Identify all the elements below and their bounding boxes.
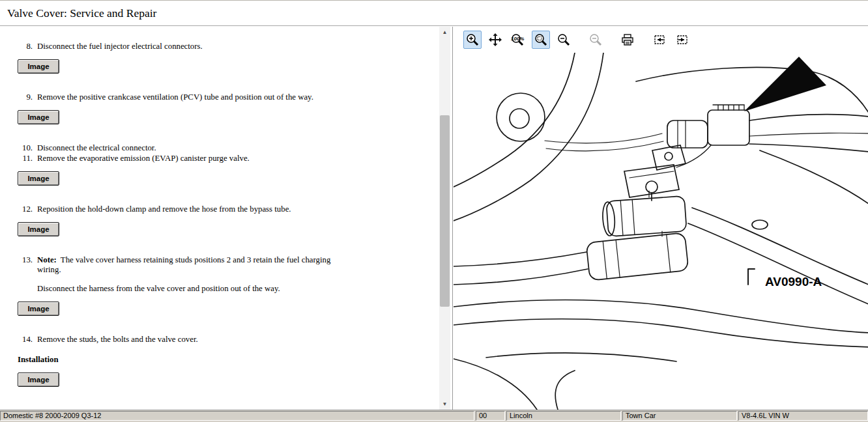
- zoom-region-button[interactable]: [532, 31, 550, 49]
- step-number: 12.: [0, 204, 33, 214]
- page-title: Valve Cover: Service and Repair: [0, 1, 868, 25]
- engine-line-art: AV0990-A: [454, 53, 868, 410]
- zoom-out-button[interactable]: [555, 31, 573, 49]
- status-model: Town Car: [622, 411, 737, 421]
- image-button[interactable]: Image: [18, 110, 59, 124]
- figure-label: AV0990-A: [765, 275, 822, 288]
- zoom-out-disabled-icon: [588, 33, 603, 47]
- step-text: Note:The valve cover harness retaining s…: [37, 255, 354, 275]
- previous-image-button[interactable]: [650, 31, 669, 49]
- zoom-100-button[interactable]: 100%: [509, 31, 527, 49]
- image-button[interactable]: Image: [18, 373, 59, 387]
- step-11: 11. Remove the evaporative emission (EVA…: [0, 154, 439, 163]
- note-text: The valve cover harness retaining studs …: [37, 255, 330, 274]
- step-9: 9. Remove the positive crankcase ventila…: [0, 92, 439, 102]
- image-button[interactable]: Image: [18, 59, 59, 74]
- step-text: Remove the positive crankcase ventilatio…: [37, 92, 313, 102]
- step-text: Remove the evaporative emission (EVAP) c…: [37, 154, 250, 163]
- zoom-out-disabled-button: [586, 31, 605, 49]
- image-toolbar: 100%: [453, 27, 868, 53]
- step-13-continued: Disconnect the harness from the valve co…: [0, 284, 354, 294]
- document-title-bar: Valve Cover: Service and Repair: [0, 0, 868, 26]
- step-number: 9.: [0, 92, 33, 102]
- image-viewer-panel: 100%: [452, 27, 868, 410]
- image-button[interactable]: Image: [18, 302, 59, 316]
- step-14: 14. Remove the studs, the bolts and the …: [0, 335, 439, 345]
- next-image-button[interactable]: [673, 31, 691, 49]
- step-8: 8. Disconnect the fuel injector electric…: [0, 42, 439, 51]
- previous-image-icon: [652, 33, 667, 47]
- image-button[interactable]: Image: [18, 171, 59, 186]
- status-make: Lincoln: [506, 411, 621, 421]
- step-text: Disconnect the fuel injector electrical …: [37, 42, 203, 51]
- zoom-in-button[interactable]: [463, 31, 482, 49]
- step-number: 10.: [0, 143, 33, 153]
- zoom-100-icon: 100%: [510, 33, 526, 47]
- status-year: 00: [476, 411, 505, 421]
- step-number: 11.: [0, 154, 33, 163]
- vertical-scrollbar[interactable]: ▲ ▼: [439, 27, 450, 410]
- scroll-up-button[interactable]: ▲: [439, 27, 450, 38]
- installation-heading: Installation: [18, 355, 439, 365]
- status-bar: Domestic #8 2000-2009 Q3-12 00 Lincoln T…: [0, 410, 868, 422]
- app-window: Valve Cover: Service and Repair 8. Disco…: [0, 0, 868, 422]
- note-label: Note:: [37, 255, 57, 264]
- step-number: 13.: [0, 255, 33, 275]
- step-text: Reposition the hold-down clamp and remov…: [37, 204, 291, 214]
- step-number: 14.: [0, 335, 33, 345]
- next-image-icon: [675, 33, 689, 47]
- pan-icon: [488, 33, 502, 47]
- svg-text:100%: 100%: [511, 36, 524, 42]
- step-10: 10. Disconnect the electrical connector.: [0, 143, 439, 153]
- step-13: 13. Note:The valve cover harness retaini…: [0, 255, 439, 275]
- step-12: 12. Reposition the hold-down clamp and r…: [0, 204, 439, 214]
- print-button[interactable]: [618, 31, 637, 49]
- diagram-viewport[interactable]: AV0990-A: [454, 53, 868, 410]
- image-button[interactable]: Image: [18, 222, 59, 236]
- status-database: Domestic #8 2000-2009 Q3-12: [0, 411, 474, 421]
- zoom-region-icon: [534, 33, 548, 47]
- pan-button[interactable]: [486, 31, 504, 49]
- zoom-out-icon: [557, 33, 571, 47]
- pointer-arrow: [744, 57, 826, 111]
- scrollbar-thumb[interactable]: [440, 115, 450, 307]
- step-text: Disconnect the electrical connector.: [37, 143, 156, 153]
- print-icon: [620, 33, 635, 47]
- scroll-down-button[interactable]: ▼: [439, 399, 450, 410]
- step-text: Remove the studs, the bolts and the valv…: [37, 335, 198, 345]
- zoom-in-icon: [465, 33, 480, 47]
- status-engine: V8-4.6L VIN W: [738, 411, 868, 421]
- procedure-panel: 8. Disconnect the fuel injector electric…: [0, 27, 439, 410]
- step-number: 8.: [0, 42, 33, 51]
